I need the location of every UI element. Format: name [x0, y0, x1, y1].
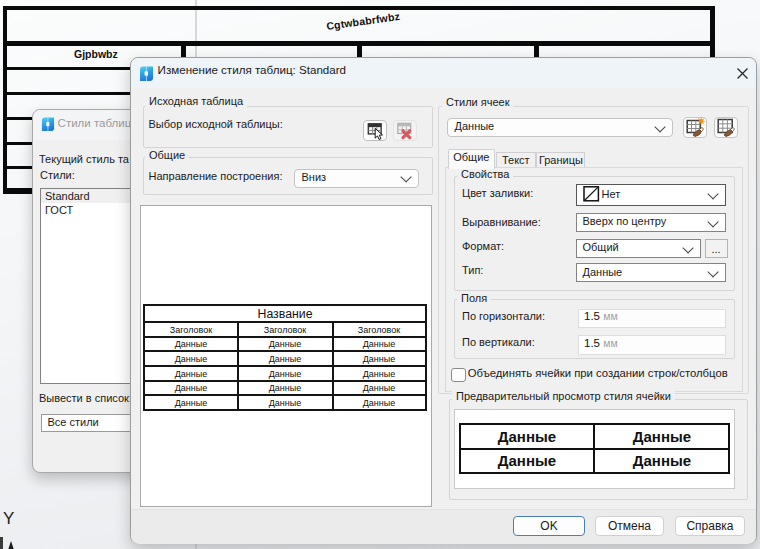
svg-text:Данные: Данные: [363, 354, 396, 364]
svg-text:Данные: Данные: [498, 452, 556, 469]
svg-text:Данные: Данные: [175, 383, 208, 393]
svg-text:Данные: Данные: [498, 428, 556, 445]
svg-text:Название: Название: [258, 307, 313, 321]
svg-text:Заголовок: Заголовок: [170, 325, 212, 335]
svg-text:Данные: Данные: [175, 398, 208, 408]
svg-text:Данные: Данные: [175, 354, 208, 364]
svg-text:Данные: Данные: [269, 369, 302, 379]
svg-text:Данные: Данные: [269, 339, 302, 349]
svg-text:Данные: Данные: [269, 354, 302, 364]
svg-text:Данные: Данные: [175, 339, 208, 349]
svg-text:Данные: Данные: [633, 452, 691, 469]
svg-text:Данные: Данные: [175, 369, 208, 379]
svg-text:Данные: Данные: [269, 383, 302, 393]
svg-text:Данные: Данные: [363, 398, 396, 408]
svg-text:Данные: Данные: [363, 369, 396, 379]
svg-text:Заголовок: Заголовок: [358, 325, 400, 335]
svg-text:Заголовок: Заголовок: [264, 325, 306, 335]
svg-text:Данные: Данные: [363, 383, 396, 393]
svg-text:Данные: Данные: [363, 339, 396, 349]
svg-text:Данные: Данные: [269, 398, 302, 408]
svg-text:Данные: Данные: [633, 428, 691, 445]
